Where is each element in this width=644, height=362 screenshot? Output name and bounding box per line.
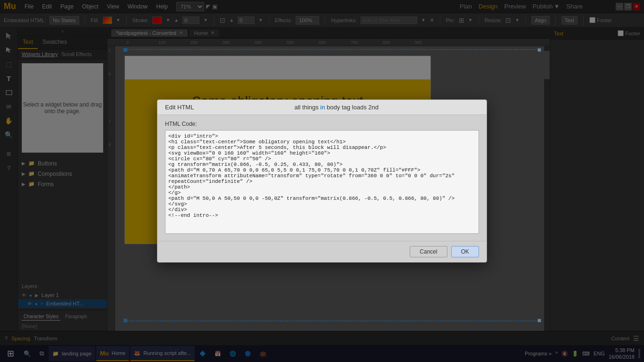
modal-overlay: Edit HTML all things in body tag loads 2…	[0, 0, 644, 362]
html-code-textarea[interactable]	[165, 130, 479, 234]
modal-title: Edit HTML	[165, 104, 194, 111]
edit-html-modal: Edit HTML all things in body tag loads 2…	[157, 99, 487, 263]
modal-body: HTML Code:	[157, 115, 487, 241]
html-code-label: HTML Code:	[165, 121, 479, 127]
ok-button[interactable]: OK	[451, 246, 479, 257]
cancel-button[interactable]: Cancel	[410, 246, 447, 257]
modal-subtitle: all things in body tag loads 2nd	[194, 104, 479, 111]
modal-footer: Cancel OK	[157, 241, 487, 262]
modal-header: Edit HTML all things in body tag loads 2…	[157, 100, 487, 115]
